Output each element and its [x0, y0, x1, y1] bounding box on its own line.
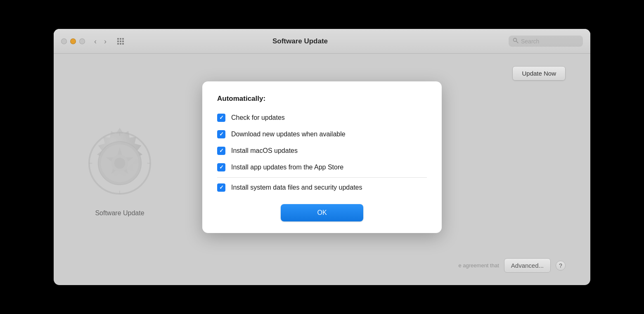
checkbox-label-install-appstore: Install app updates from the App Store	[231, 164, 343, 171]
software-update-window: ‹ › Software Update	[54, 29, 590, 285]
checkmark-icon: ✓	[219, 131, 224, 137]
checkbox-item-install-macos: ✓ Install macOS updates	[217, 143, 427, 159]
modal-title: Automatically:	[217, 95, 427, 103]
checkmark-icon: ✓	[219, 164, 224, 170]
checkbox-label-check-updates: Check for updates	[231, 114, 285, 121]
checkbox-item-install-appstore: ✓ Install app updates from the App Store	[217, 159, 427, 176]
modal-overlay: Automatically: ✓ Check for updates ✓ Dow…	[54, 29, 590, 285]
modal-dialog: Automatically: ✓ Check for updates ✓ Dow…	[202, 81, 442, 233]
checkbox-label-install-security: Install system data files and security u…	[231, 184, 362, 191]
checkbox-download-updates[interactable]: ✓	[217, 130, 225, 138]
checkbox-divider	[217, 177, 427, 178]
checkbox-item-check-updates: ✓ Check for updates	[217, 109, 427, 126]
checkbox-list: ✓ Check for updates ✓ Download new updat…	[217, 109, 427, 196]
checkmark-icon: ✓	[219, 115, 224, 120]
checkbox-item-download-updates: ✓ Download new updates when available	[217, 126, 427, 143]
checkmark-icon: ✓	[219, 185, 224, 190]
checkmark-icon: ✓	[219, 148, 224, 153]
checkbox-check-updates[interactable]: ✓	[217, 114, 225, 122]
ok-button[interactable]: OK	[281, 204, 363, 221]
checkbox-install-appstore[interactable]: ✓	[217, 163, 225, 171]
checkbox-label-download-updates: Download new updates when available	[231, 131, 346, 138]
checkbox-install-macos[interactable]: ✓	[217, 147, 225, 155]
checkbox-item-install-security: ✓ Install system data files and security…	[217, 179, 427, 196]
checkbox-install-security[interactable]: ✓	[217, 183, 225, 192]
checkbox-label-install-macos: Install macOS updates	[231, 147, 298, 155]
